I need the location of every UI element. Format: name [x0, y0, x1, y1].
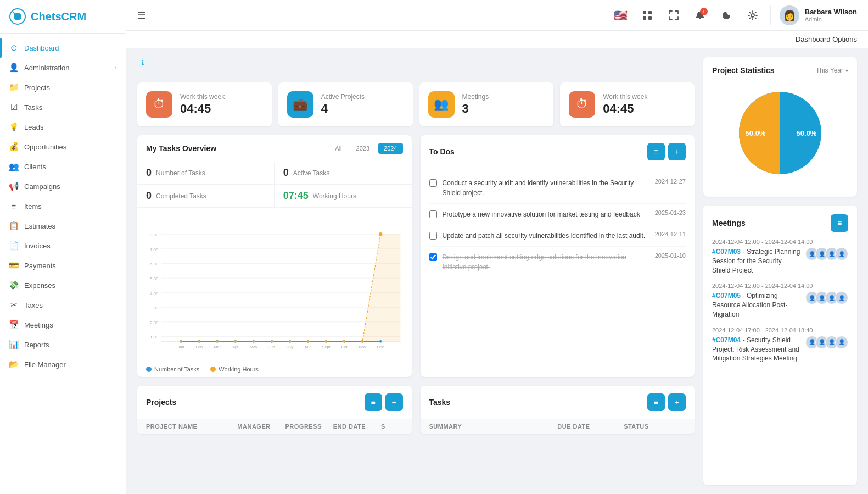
sidebar-label-meetings: Meetings — [24, 321, 53, 329]
tab-2023[interactable]: 2023 — [351, 143, 375, 154]
dark-mode-icon[interactable] — [718, 7, 735, 24]
stat-info-work-week-1: Work this week 04:45 — [180, 93, 225, 116]
working-hours-label: Working Hours — [313, 192, 356, 200]
settings-icon[interactable] — [744, 7, 761, 24]
todo-item-1: Conduct a security audit and identify vu… — [429, 173, 686, 204]
sidebar-item-reports[interactable]: 📊 Reports — [0, 335, 126, 354]
svg-text:Jun: Jun — [268, 345, 275, 349]
svg-text:3.00: 3.00 — [150, 306, 159, 310]
sidebar-item-opportunities[interactable]: 💰 Opportunities — [0, 137, 126, 157]
sidebar-item-campaigns[interactable]: 📢 Campaigns — [0, 176, 126, 196]
todo-checkbox-2[interactable] — [429, 210, 437, 218]
svg-point-39 — [216, 340, 219, 343]
sidebar-item-leads[interactable]: 💡 Leads — [0, 117, 126, 137]
clients-icon: 👥 — [9, 162, 19, 171]
sidebar-label-administration: Administration — [24, 64, 69, 72]
user-section[interactable]: 👩 Barbara Wilson Admin — [770, 5, 857, 25]
todo-date-2: 2025-01-23 — [655, 209, 686, 216]
svg-point-42 — [270, 340, 273, 343]
todo-checkbox-1[interactable] — [429, 179, 437, 187]
todo-checkbox-3[interactable] — [429, 232, 437, 240]
sidebar-item-estimates[interactable]: 📋 Estimates — [0, 216, 126, 236]
meeting-id-2[interactable]: #C07M05 — [712, 292, 741, 299]
sidebar-item-file-manager[interactable]: 📂 File Manager — [0, 354, 126, 374]
sidebar-item-payments[interactable]: 💳 Payments — [0, 256, 126, 275]
sidebar-label-invoices: Invoices — [24, 242, 51, 250]
tasks-icon: ☑ — [9, 102, 19, 112]
tasks-card-actions: ≡ + — [647, 393, 686, 411]
sidebar-item-taxes[interactable]: ✂ Taxes — [0, 295, 126, 315]
col-manager: Manager — [237, 423, 281, 430]
opportunities-icon: 💰 — [9, 142, 19, 152]
todo-checkbox-4[interactable] — [429, 253, 437, 261]
legend-hours-dot — [210, 367, 216, 372]
meeting-time-1: 2024-12-04 12:00 - 2024-12-04 14:00 — [712, 238, 848, 245]
notifications-icon[interactable]: 1 — [691, 7, 709, 24]
stat-value-active-projects: 4 — [321, 102, 365, 116]
svg-text:7.00: 7.00 — [150, 247, 159, 252]
todo-item-4: Design and implement cutting-edge soluti… — [429, 247, 686, 277]
fullscreen-icon[interactable] — [665, 7, 682, 24]
tasks-number-value: 0 — [146, 167, 152, 179]
legend-hours-label: Working Hours — [219, 366, 259, 373]
tab-all[interactable]: All — [329, 143, 347, 154]
sidebar-item-administration[interactable]: 👤 Administration › — [0, 58, 126, 77]
year-selector[interactable]: This Year ▾ — [816, 66, 848, 74]
working-hours-stat: 07:45 Working Hours — [275, 185, 412, 208]
stat-info-meetings: Meetings 3 — [462, 93, 489, 116]
projects-table-header: Project Name Manager Progress End Date S — [137, 419, 412, 434]
projects-list-button[interactable]: ≡ — [365, 393, 382, 411]
sidebar-item-meetings[interactable]: 📅 Meetings — [0, 315, 126, 335]
menu-toggle-icon[interactable]: ☰ — [137, 9, 146, 21]
meetings-list-button[interactable]: ≡ — [831, 214, 848, 232]
sidebar-label-reports: Reports — [24, 341, 49, 349]
meeting-id-3[interactable]: #C07M04 — [712, 336, 741, 344]
meeting-time-range-3: 2024-12-04 17:00 - 2024-12-04 18:40 — [712, 327, 848, 334]
info-icon[interactable]: ℹ — [137, 57, 148, 68]
meeting-item-3: #C07M04 - Security Shield Project: Risk … — [712, 336, 848, 363]
logo-icon — [9, 8, 26, 25]
active-tasks-value: 0 — [283, 167, 289, 179]
sidebar-item-items[interactable]: ≡ Items — [0, 196, 126, 216]
sidebar-label-leads: Leads — [24, 123, 43, 131]
legend-tasks: Number of Tasks — [146, 366, 199, 373]
chart-legend: Number of Tasks Working Hours — [137, 362, 412, 377]
header: ☰ 🇺🇸 1 — [126, 0, 868, 31]
stat-label-meetings: Meetings — [462, 93, 489, 101]
svg-point-40 — [234, 340, 237, 343]
sidebar-item-expenses[interactable]: 💸 Expenses — [0, 275, 126, 295]
svg-text:Nov: Nov — [359, 345, 366, 349]
sidebar-item-invoices[interactable]: 📄 Invoices — [0, 236, 126, 256]
todos-list-button[interactable]: ≡ — [647, 143, 665, 160]
tasks-overview-title: My Tasks Overview — [146, 144, 216, 153]
dashboard-options-bar: Dashboard Options — [126, 31, 868, 48]
svg-text:5.00: 5.00 — [150, 276, 159, 281]
meeting-time-range-1: 2024-12-04 12:00 - 2024-12-04 14:00 — [712, 238, 848, 245]
todos-add-button[interactable]: + — [668, 143, 686, 160]
tab-2024[interactable]: 2024 — [378, 143, 402, 154]
flag-icon[interactable]: 🇺🇸 — [612, 7, 630, 24]
active-tasks-label: Active Tasks — [293, 169, 329, 177]
tasks-list-button[interactable]: ≡ — [647, 393, 665, 411]
work-week-1-icon: ⏱ — [146, 91, 172, 118]
sidebar-label-clients: Clients — [24, 163, 46, 171]
meeting-info-1: #C07M03 - Strategic Planning Session for… — [712, 247, 801, 275]
col-project-name: Project Name — [146, 423, 233, 430]
sidebar-item-dashboard[interactable]: ⊙ Dashboard — [0, 38, 126, 58]
grid-icon[interactable] — [639, 7, 656, 24]
sidebar-item-clients[interactable]: 👥 Clients — [0, 157, 126, 176]
invoices-icon: 📄 — [9, 241, 19, 251]
tasks-stats-grid: 0 Number of Tasks 0 Active Tasks 0 Compl… — [137, 162, 412, 208]
tasks-number-stat: 0 Number of Tasks — [137, 162, 275, 185]
projects-add-button[interactable]: + — [385, 393, 403, 411]
meeting-item-2: #C07M05 - Optimizing Resource Allocation… — [712, 291, 848, 319]
sidebar-item-tasks[interactable]: ☑ Tasks — [0, 97, 126, 117]
completed-tasks-value: 0 — [146, 190, 152, 202]
sidebar-item-projects[interactable]: 📁 Projects — [0, 77, 126, 97]
svg-text:Dec: Dec — [377, 345, 384, 349]
meeting-id-1[interactable]: #C07M03 — [712, 248, 741, 256]
tasks-add-button[interactable]: + — [668, 393, 686, 411]
stat-card-active-projects: 💼 Active Projects 4 — [278, 82, 413, 126]
svg-rect-3 — [648, 11, 652, 14]
col-summary: Summary — [429, 423, 553, 430]
